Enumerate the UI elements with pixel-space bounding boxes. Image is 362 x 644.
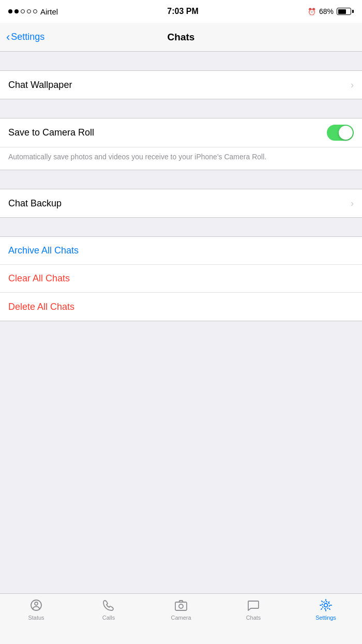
- nav-bar: ‹ Settings Chats: [0, 23, 362, 52]
- save-camera-roll-toggle[interactable]: [327, 125, 354, 141]
- battery-icon: [337, 8, 354, 15]
- section-gap-3: [0, 170, 362, 189]
- status-time: 7:03 PM: [167, 7, 198, 16]
- back-button-label: Settings: [11, 32, 44, 42]
- chat-backup-chevron-icon: ›: [351, 198, 354, 209]
- status-left: Airtel: [8, 7, 58, 16]
- status-tab-icon: [28, 598, 44, 612]
- save-camera-roll-row: Save to Camera Roll: [0, 118, 362, 147]
- save-camera-roll-label: Save to Camera Roll: [8, 127, 94, 138]
- page-title: Chats: [168, 32, 195, 43]
- save-camera-roll-section: Save to Camera Roll Automatically save p…: [0, 118, 362, 170]
- chat-backup-section: Chat Backup ›: [0, 189, 362, 218]
- section-gap-1: [0, 52, 362, 70]
- settings-tab-icon: [318, 598, 334, 612]
- signal-icon: [8, 9, 37, 13]
- section-gap-2: [0, 99, 362, 118]
- svg-point-3: [179, 604, 183, 608]
- toggle-thumb: [339, 126, 353, 140]
- tab-calls-label: Calls: [102, 615, 115, 621]
- archive-all-chats-label: Archive All Chats: [8, 245, 79, 256]
- clear-all-chats-label: Clear All Chats: [8, 273, 70, 284]
- archive-all-chats-item[interactable]: Archive All Chats: [0, 237, 362, 265]
- svg-point-1: [35, 602, 38, 605]
- status-bar: Airtel 7:03 PM ⏰ 68%: [0, 0, 362, 23]
- clear-all-chats-item[interactable]: Clear All Chats: [0, 265, 362, 293]
- chat-backup-item[interactable]: Chat Backup ›: [0, 189, 362, 217]
- chat-wallpaper-item[interactable]: Chat Wallpaper ›: [0, 71, 362, 99]
- svg-point-4: [324, 604, 328, 607]
- status-right: ⏰ 68%: [308, 7, 354, 16]
- tab-status-label: Status: [28, 615, 44, 621]
- tab-settings-label: Settings: [315, 615, 336, 621]
- delete-all-chats-label: Delete All Chats: [8, 302, 74, 312]
- tab-status[interactable]: Status: [0, 598, 72, 621]
- tab-camera-label: Camera: [171, 615, 191, 621]
- battery-percentage: 68%: [319, 7, 334, 16]
- chats-tab-icon: [246, 598, 261, 612]
- chat-wallpaper-section: Chat Wallpaper ›: [0, 70, 362, 99]
- chevron-right-icon: ›: [351, 80, 354, 91]
- tab-chats-label: Chats: [246, 615, 261, 621]
- back-chevron-icon: ‹: [6, 32, 10, 43]
- section-gap-4: [0, 218, 362, 236]
- back-button[interactable]: ‹ Settings: [6, 32, 44, 43]
- alarm-icon: ⏰: [308, 8, 316, 16]
- chat-backup-label: Chat Backup: [8, 198, 62, 209]
- camera-tab-icon: [173, 598, 189, 612]
- content-area: Chat Wallpaper › Save to Camera Roll Aut…: [0, 52, 362, 622]
- tab-calls[interactable]: Calls: [72, 598, 145, 621]
- tab-camera[interactable]: Camera: [145, 598, 217, 621]
- actions-section: Archive All Chats Clear All Chats Delete…: [0, 236, 362, 321]
- delete-all-chats-item[interactable]: Delete All Chats: [0, 293, 362, 321]
- tab-chats[interactable]: Chats: [217, 598, 290, 621]
- bottom-space: [0, 321, 362, 528]
- chat-wallpaper-label: Chat Wallpaper: [8, 80, 72, 91]
- calls-tab-icon: [101, 598, 116, 612]
- save-camera-roll-description: Automatically save photos and videos you…: [0, 147, 362, 170]
- svg-rect-2: [175, 602, 187, 610]
- tab-bar: Status Calls Camera Chats: [0, 593, 362, 644]
- carrier-name: Airtel: [40, 7, 58, 16]
- tab-settings[interactable]: Settings: [290, 598, 362, 621]
